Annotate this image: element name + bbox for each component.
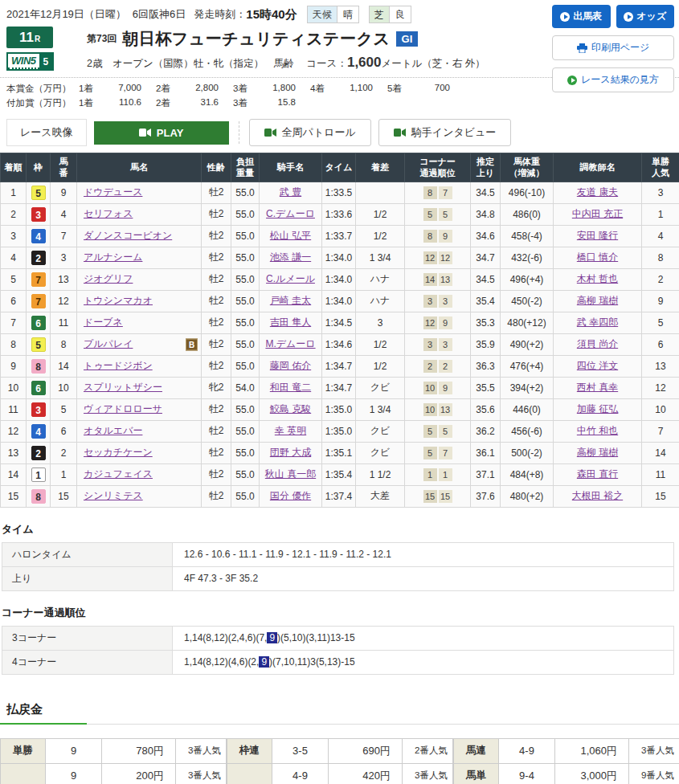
corner3-label: 3コーナー bbox=[2, 626, 173, 650]
payout-row: 馬連4-91,060円3番人気 bbox=[454, 738, 679, 763]
last-3f: 36.3 bbox=[471, 355, 501, 377]
margin: 1 3/4 bbox=[356, 247, 405, 268]
horse-name-link[interactable]: ジオグリフ bbox=[84, 273, 133, 284]
body-weight: 432(-6) bbox=[501, 247, 554, 268]
corner3-post: )(5,10)(3,11)13-15 bbox=[277, 632, 355, 643]
trainer-link[interactable]: 中内田 充正 bbox=[572, 208, 623, 219]
jockey-link[interactable]: 池添 謙一 bbox=[270, 251, 311, 263]
trainer-link[interactable]: 須貝 尚介 bbox=[577, 338, 618, 349]
jockey-link[interactable]: C.デムーロ bbox=[266, 208, 315, 219]
horse-name-link[interactable]: スプリットザシー bbox=[84, 382, 162, 393]
popularity: 1 bbox=[642, 203, 679, 225]
play-button[interactable]: PLAY bbox=[94, 121, 229, 145]
frame-cell: 3 bbox=[27, 203, 51, 225]
corner4-value: 1,14(8,12)(4,6)(2,9)(7,10,11)3(5,13)-15 bbox=[173, 650, 674, 674]
frame-cell: 7 bbox=[27, 268, 51, 290]
jockey-link[interactable]: 松山 弘平 bbox=[270, 230, 311, 241]
margin: 大差 bbox=[356, 485, 405, 507]
corner-pos-2: 5 bbox=[439, 208, 452, 221]
jockey-link[interactable]: 団野 大成 bbox=[270, 447, 311, 458]
jockey-cell: 松山 弘平 bbox=[260, 225, 322, 247]
payout-pop: 9番人気 bbox=[629, 763, 679, 784]
horse-number: 15 bbox=[51, 485, 77, 507]
jockey-link[interactable]: 国分 優作 bbox=[270, 490, 311, 501]
trainer-cell: 橋口 慎介 bbox=[554, 247, 642, 268]
time-section-title: タイム bbox=[2, 522, 673, 537]
sex-age: 牡2 bbox=[202, 290, 231, 312]
start-time-value: 15時40分 bbox=[246, 7, 297, 22]
race-time: 1:34.7 bbox=[322, 355, 356, 377]
horse-name-link[interactable]: ヴィアドロローサ bbox=[84, 403, 162, 414]
jockey-link[interactable]: 和田 竜二 bbox=[270, 382, 311, 393]
trainer-link[interactable]: 木村 哲也 bbox=[577, 273, 618, 284]
frame-cell: 2 bbox=[27, 247, 51, 268]
horse-name-link[interactable]: プルパレイ bbox=[84, 338, 133, 349]
jockey-link[interactable]: M.デムーロ bbox=[265, 338, 315, 349]
finish-position: 15 bbox=[1, 485, 27, 507]
jockey-interview-button[interactable]: 騎手インタビュー bbox=[378, 119, 512, 146]
result-guide-button[interactable]: レース結果の見方 bbox=[552, 67, 674, 92]
jockey-link[interactable]: C.ルメール bbox=[266, 273, 315, 284]
payout-row: 馬単9-43,000円9番人気 bbox=[454, 763, 679, 784]
jockey-link[interactable]: 藤岡 佑介 bbox=[270, 360, 311, 371]
jockey-link[interactable]: 戸崎 圭太 bbox=[270, 295, 311, 306]
trainer-link[interactable]: 森田 直行 bbox=[577, 468, 618, 480]
bonus-amount: 31.6 bbox=[183, 97, 219, 109]
sex-age: 牝2 bbox=[202, 377, 231, 398]
col-header-time: タイム bbox=[322, 153, 356, 182]
corner-positions: 57 bbox=[405, 442, 471, 463]
horse-name-link[interactable]: ドーブネ bbox=[84, 316, 123, 328]
horse-name-link[interactable]: ダノンスコーピオン bbox=[84, 230, 172, 241]
horse-name-link[interactable]: トゥードジボン bbox=[84, 360, 153, 371]
prize-amount: 7,000 bbox=[106, 83, 141, 95]
frame-badge: 2 bbox=[31, 251, 46, 265]
table-row: 1322セッカチケーン牡255.0団野 大成1:35.1クビ5736.1500(… bbox=[1, 442, 679, 463]
arrow-circle-icon bbox=[624, 12, 633, 22]
load-weight: 55.0 bbox=[231, 355, 260, 377]
horse-number: 10 bbox=[51, 377, 77, 398]
last-3f: 35.6 bbox=[471, 398, 501, 420]
trainer-link[interactable]: 中竹 和也 bbox=[577, 425, 618, 436]
jockey-link[interactable]: 鮫島 克駿 bbox=[270, 403, 311, 414]
trainer-link[interactable]: 高柳 瑞樹 bbox=[577, 447, 618, 458]
trainer-link[interactable]: 四位 洋文 bbox=[577, 360, 618, 371]
trainer-link[interactable]: 武 幸四郎 bbox=[577, 316, 618, 328]
payout-combo: 9-4 bbox=[499, 763, 555, 784]
race-video-button[interactable]: レース映像 bbox=[6, 119, 87, 146]
trainer-link[interactable]: 大根田 裕之 bbox=[572, 490, 623, 501]
horse-number: 1 bbox=[51, 463, 77, 485]
entries-button[interactable]: 出馬表 bbox=[552, 5, 611, 28]
trainer-link[interactable]: 高柳 瑞樹 bbox=[577, 295, 618, 306]
horse-name-link[interactable]: オタルエバー bbox=[84, 425, 142, 436]
margin: 1/2 bbox=[356, 225, 405, 247]
trainer-link[interactable]: 加藤 征弘 bbox=[577, 403, 618, 414]
print-page-button[interactable]: 印刷用ページ bbox=[552, 35, 674, 60]
trainer-link[interactable]: 安田 隆行 bbox=[577, 230, 618, 241]
jockey-link[interactable]: 武 豊 bbox=[280, 186, 301, 198]
weather-value: 晴 bbox=[337, 6, 358, 22]
trainer-link[interactable]: 西村 真幸 bbox=[577, 382, 618, 393]
col-header-trainer: 調教師名 bbox=[554, 153, 642, 182]
horse-name-link[interactable]: トウシンマカオ bbox=[84, 295, 153, 306]
turf-label: 芝 bbox=[370, 6, 389, 22]
col-header-load: 負担重量 bbox=[231, 153, 260, 182]
bonus-rank: 2着 bbox=[156, 97, 183, 109]
horse-name-link[interactable]: アルナシーム bbox=[84, 251, 142, 263]
video-camera-icon bbox=[264, 129, 276, 137]
jockey-cell: 藤岡 佑介 bbox=[260, 355, 322, 377]
trainer-link[interactable]: 橋口 慎介 bbox=[577, 251, 618, 263]
odds-button[interactable]: オッズ bbox=[616, 5, 675, 28]
payout-table: 単勝9780円3番人気複勝9200円3番人気4120円1番人気7230円4番人気 bbox=[0, 738, 227, 784]
jockey-link[interactable]: 幸 英明 bbox=[275, 425, 306, 436]
jockey-link[interactable]: 秋山 真一郎 bbox=[265, 468, 316, 480]
jockey-link[interactable]: 吉田 隼人 bbox=[270, 316, 311, 328]
horse-name-link[interactable]: ドウデュース bbox=[84, 186, 142, 198]
patrol-video-button[interactable]: 全周パトロール bbox=[249, 119, 371, 146]
table-row: 234セリフォス牡255.0C.デムーロ1:33.61/25534.8486(0… bbox=[1, 203, 679, 225]
trainer-link[interactable]: 友道 康夫 bbox=[577, 186, 618, 198]
horse-name-link[interactable]: セッカチケーン bbox=[84, 447, 153, 458]
horse-name-link[interactable]: シンリミテス bbox=[84, 490, 143, 501]
horse-name-link[interactable]: セリフォス bbox=[84, 208, 133, 219]
horse-number: 4 bbox=[51, 203, 77, 225]
horse-name-link[interactable]: カジュフェイス bbox=[84, 468, 153, 480]
